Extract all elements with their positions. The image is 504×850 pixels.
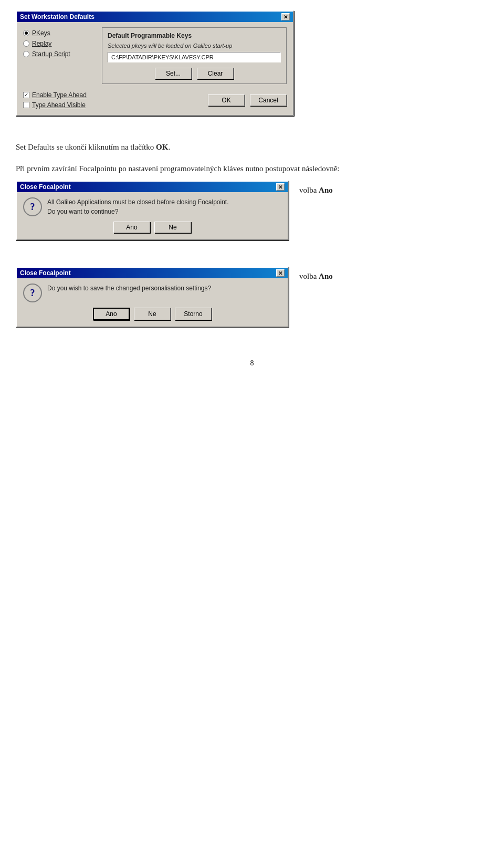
cf1-ne-button[interactable]: Ne	[154, 222, 191, 233]
radio-startup-circle[interactable]	[23, 51, 29, 57]
cf2-ne-button[interactable]: Ne	[134, 308, 171, 320]
cf2-titlebar: Close Focalpoint ✕	[17, 268, 288, 278]
dialog-body: PKeys Replay Startup Script Default Prog…	[17, 22, 293, 115]
close-focalpoint-2-row: Close Focalpoint ✕ ? Do you wish to save…	[16, 267, 488, 338]
cf2-close-icon[interactable]: ✕	[276, 269, 285, 277]
cf1-message-row: ? All Galileo Applications must be close…	[23, 197, 281, 216]
radio-pkeys[interactable]: PKeys	[23, 29, 97, 37]
ws-filepath-input[interactable]: C:\FP\DATADIR\PKEYS\KLAVESY.CPR	[108, 52, 281, 62]
prose1-text-before: Set Defaults se ukončí kliknutím na tlač…	[16, 143, 156, 151]
cf2-title: Close Focalpoint	[20, 269, 276, 277]
close-focalpoint-2-dialog: Close Focalpoint ✕ ? Do you wish to save…	[16, 267, 289, 328]
type-ahead-visible-label: Type Ahead Visible	[32, 101, 86, 109]
ws-checkboxes: Enable Type Ahead Type Ahead Visible	[23, 91, 203, 109]
set-button[interactable]: Set...	[155, 68, 192, 79]
cf2-message-text: Do you wish to save the changed personal…	[47, 284, 211, 293]
workstation-defaults-dialog: Set Workstation Defaults ✕ PKeys Replay …	[16, 11, 294, 116]
cf2-storno-button[interactable]: Storno	[175, 308, 212, 320]
ws-right-panel: Default Programmable Keys Selected pkeys…	[102, 27, 287, 84]
dialog-title: Set Workstation Defaults	[20, 13, 281, 20]
ws-top-row: PKeys Replay Startup Script Default Prog…	[23, 27, 287, 84]
ws-set-clear-buttons: Set... Clear	[108, 68, 281, 79]
cf2-volba-text: volba	[299, 272, 319, 280]
cf1-message-line1: All Galileo Applications must be closed …	[47, 198, 229, 206]
cf1-close-icon[interactable]: ✕	[276, 183, 285, 191]
type-ahead-visible-row[interactable]: Type Ahead Visible	[23, 101, 203, 109]
ws-bottom-section: Enable Type Ahead Type Ahead Visible OK …	[23, 89, 287, 109]
cf2-body: ? Do you wish to save the changed person…	[17, 278, 288, 327]
radio-startup-label: Startup Script	[32, 50, 70, 58]
clear-button[interactable]: Clear	[197, 68, 234, 79]
ws-desc-title: Default Programmable Keys	[108, 32, 281, 39]
radio-pkeys-circle[interactable]	[23, 30, 29, 36]
ws-left-panel: PKeys Replay Startup Script	[23, 27, 97, 84]
prose-paragraph-1: Set Defaults se ukončí kliknutím na tlač…	[16, 141, 488, 153]
cf2-question-icon: ?	[23, 284, 42, 302]
cf2-volba-label: volba Ano	[299, 272, 333, 281]
cf1-titlebar: Close Focalpoint ✕	[17, 182, 288, 192]
cf1-buttons: Ano Ne	[23, 222, 281, 233]
cf2-buttons: Ano Ne Storno	[23, 308, 281, 320]
ws-desc-sub: Selected pkeys will be loaded on Galileo…	[108, 43, 281, 49]
cf1-ano-button[interactable]: Ano	[113, 222, 150, 233]
radio-replay-circle[interactable]	[23, 40, 29, 47]
cf1-title: Close Focalpoint	[20, 183, 276, 191]
cf2-volba-bold: Ano	[319, 272, 333, 280]
cf1-volba-bold: Ano	[319, 186, 333, 194]
close-icon[interactable]: ✕	[281, 13, 290, 20]
ok-button[interactable]: OK	[208, 95, 245, 106]
page-number: 8	[16, 359, 488, 368]
dialog-titlebar: Set Workstation Defaults ✕	[17, 12, 293, 22]
cf1-message-line2: Do you want to continue?	[47, 208, 118, 215]
prose1-bold: OK	[156, 143, 168, 151]
type-ahead-visible-checkbox[interactable]	[23, 102, 29, 108]
ws-ok-cancel-buttons: OK Cancel	[208, 95, 287, 106]
cancel-button[interactable]: Cancel	[250, 95, 287, 106]
radio-replay[interactable]: Replay	[23, 40, 97, 47]
cf1-message-text: All Galileo Applications must be closed …	[47, 197, 229, 216]
cf1-question-icon: ?	[23, 197, 42, 216]
prose1-text-after: .	[168, 143, 170, 151]
enable-type-ahead-checkbox[interactable]	[23, 92, 29, 98]
close-focalpoint-1-dialog: Close Focalpoint ✕ ? All Galileo Applica…	[16, 181, 289, 240]
radio-replay-label: Replay	[32, 40, 51, 47]
cf2-message-row: ? Do you wish to save the changed person…	[23, 284, 281, 302]
cf2-ano-button[interactable]: Ano	[93, 308, 130, 320]
prose-paragraph-2: Při prvním zavírání Focalpointu po nasta…	[16, 163, 488, 175]
cf1-volba-label: volba Ano	[299, 186, 333, 195]
radio-startup[interactable]: Startup Script	[23, 50, 97, 58]
cf1-volba-text: volba	[299, 186, 319, 194]
cf1-body: ? All Galileo Applications must be close…	[17, 192, 288, 239]
enable-type-ahead-row[interactable]: Enable Type Ahead	[23, 91, 203, 99]
enable-type-ahead-label: Enable Type Ahead	[32, 91, 87, 99]
close-focalpoint-1-row: Close Focalpoint ✕ ? All Galileo Applica…	[16, 181, 488, 251]
radio-pkeys-label: PKeys	[32, 29, 50, 37]
